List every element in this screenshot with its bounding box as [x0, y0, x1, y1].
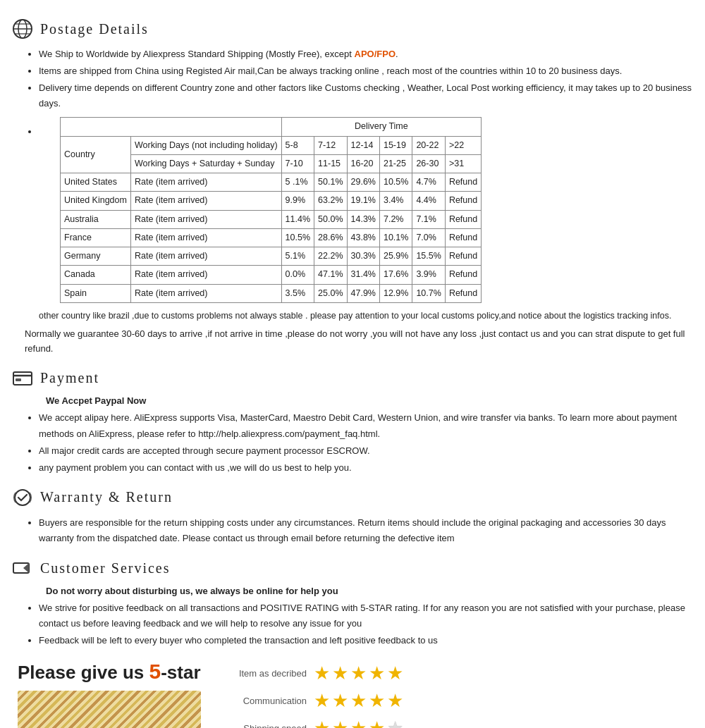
rate-value: 47.1% — [314, 266, 347, 284]
rate-value: 3.5% — [281, 284, 314, 302]
star-icon: ★ — [332, 717, 348, 728]
customer-icon — [11, 556, 35, 580]
postage-section-header: Postage Details — [11, 17, 694, 41]
rate-value: 5 .1% — [281, 173, 314, 192]
postage-intro: We Ship to Worldwide by Aliexpress Stand… — [18, 47, 694, 356]
star-icon: ★ — [387, 690, 403, 712]
stars-container: ★★★★★ — [314, 690, 403, 712]
star-icon: ★ — [350, 717, 367, 728]
rate-value: 10.5% — [281, 228, 314, 247]
country-name: United States — [61, 173, 131, 192]
globe-icon — [11, 17, 35, 41]
rate-value: Refund — [445, 266, 481, 284]
warranty-content: Buyers are responsible for the return sh… — [18, 515, 694, 546]
rate-value: 10.7% — [412, 284, 445, 302]
postage-table-item: Delivery Time Country Working Days (not … — [39, 117, 694, 303]
table-row: United KingdomRate (item arrived)9.9%63.… — [61, 192, 482, 210]
col-5-8: 5-8 — [281, 136, 314, 154]
col-7-12: 7-12 — [314, 136, 347, 154]
payment-content: We Accpet Paypal Now We accept alipay he… — [18, 395, 694, 475]
table-row: CanadaRate (item arrived)0.0%47.1%31.4%1… — [61, 266, 482, 284]
working-days-label: Working Days (not including holiday) — [130, 136, 281, 154]
rate-value: Refund — [445, 192, 481, 210]
rate-value: 7.0% — [412, 228, 445, 247]
rate-value: 25.0% — [314, 284, 347, 302]
svg-marker-10 — [23, 563, 29, 573]
rate-type: Rate (item arrived) — [130, 173, 281, 192]
table-row: SpainRate (item arrived)3.5%25.0%47.9%12… — [61, 284, 482, 302]
rate-value: 17.6% — [379, 266, 412, 284]
rate-value: 22.2% — [314, 247, 347, 266]
rate-value: 19.1% — [347, 192, 379, 210]
col-12-14: 12-14 — [347, 136, 379, 154]
rate-value: 10.1% — [379, 228, 412, 247]
rating-label: Item as decribed — [215, 668, 307, 679]
payment-section-header: Payment — [11, 366, 694, 390]
star-icon: ★ — [387, 662, 403, 684]
delivery-table: Delivery Time Country Working Days (not … — [60, 117, 482, 303]
col-11-15: 11-15 — [314, 154, 347, 173]
warranty-bullet1: Buyers are responsible for the return sh… — [39, 515, 694, 546]
rate-value: 3.9% — [412, 266, 445, 284]
rate-value: 29.6% — [347, 173, 379, 192]
customer-bullet2: Feedback will be left to every buyer who… — [39, 633, 694, 648]
country-name: Spain — [61, 284, 131, 302]
payment-title: Payment — [40, 370, 99, 386]
rate-value: 47.9% — [347, 284, 379, 302]
rate-value: 10.5% — [379, 173, 412, 192]
payment-bullet1: We accept alipay here. AliExpress suppor… — [39, 410, 694, 441]
star-icon: ★ — [350, 662, 367, 684]
postage-bullet2: Items are shipped from China using Regis… — [39, 63, 694, 79]
country-name: Germany — [61, 247, 131, 266]
table-row: AustraliaRate (item arrived)11.4%50.0%14… — [61, 210, 482, 228]
rate-type: Rate (item arrived) — [130, 247, 281, 266]
delivery-table-wrapper: Delivery Time Country Working Days (not … — [60, 117, 694, 303]
customer-section-header: Customer Services — [11, 556, 694, 580]
country-name: France — [61, 228, 131, 247]
star-icon: ★ — [387, 717, 403, 728]
table-row: FranceRate (item arrived)10.5%28.6%43.8%… — [61, 228, 482, 247]
rating-row: Item as decribed★★★★★ — [215, 662, 403, 684]
country-column-header: Country — [61, 136, 131, 173]
rating-row: Communication★★★★★ — [215, 690, 403, 712]
col-26-30: 26-30 — [412, 154, 445, 173]
col-gt31: >31 — [445, 154, 481, 173]
stars-container: ★★★★★ — [314, 717, 403, 728]
warranty-icon — [11, 486, 35, 510]
rate-value: 9.9% — [281, 192, 314, 210]
rate-value: Refund — [445, 284, 481, 302]
rate-value: Refund — [445, 173, 481, 192]
star-icon: ★ — [350, 690, 367, 712]
rate-type: Rate (item arrived) — [130, 192, 281, 210]
rate-value: 14.3% — [347, 210, 379, 228]
postage-title: Postage Details — [40, 21, 149, 37]
rate-value: 4.7% — [412, 173, 445, 192]
payment-bold-line: We Accpet Paypal Now — [46, 395, 694, 406]
postage-bullet1: We Ship to Worldwide by Aliexpress Stand… — [39, 47, 694, 62]
rating-label: Shipping speed — [215, 723, 307, 728]
rating-label: Communication — [215, 696, 307, 706]
rate-value: 7.2% — [379, 210, 412, 228]
postage-bullet3: Delivery time depends on different Count… — [39, 80, 694, 111]
star-icon: ★ — [314, 690, 330, 712]
rate-type: Rate (item arrived) — [130, 210, 281, 228]
rate-value: 11.4% — [281, 210, 314, 228]
star-icon: ★ — [332, 690, 348, 712]
rate-value: 15.5% — [412, 247, 445, 266]
svg-rect-5 — [13, 372, 32, 385]
please-give-text: Please give us 5-star — [18, 660, 201, 684]
rate-value: 0.0% — [281, 266, 314, 284]
country-name: Australia — [61, 210, 131, 228]
rate-value: 28.6% — [314, 228, 347, 247]
svg-rect-7 — [16, 378, 21, 381]
col-15-19: 15-19 — [379, 136, 412, 154]
rate-value: 5.1% — [281, 247, 314, 266]
payment-bullet3: any payment problem you can contact with… — [39, 460, 694, 476]
payment-bullet2: All major credit cards are accepted thro… — [39, 443, 694, 459]
rate-value: Refund — [445, 228, 481, 247]
post-table-note: other country like brazil ,due to custom… — [39, 309, 694, 323]
apo-fpo-highlight: APO/FPO — [355, 49, 396, 59]
table-row: United StatesRate (item arrived)5 .1%50.… — [61, 173, 482, 192]
col-7-10: 7-10 — [281, 154, 314, 173]
customer-bullet1: We strive for positive feedback on all t… — [39, 600, 694, 631]
